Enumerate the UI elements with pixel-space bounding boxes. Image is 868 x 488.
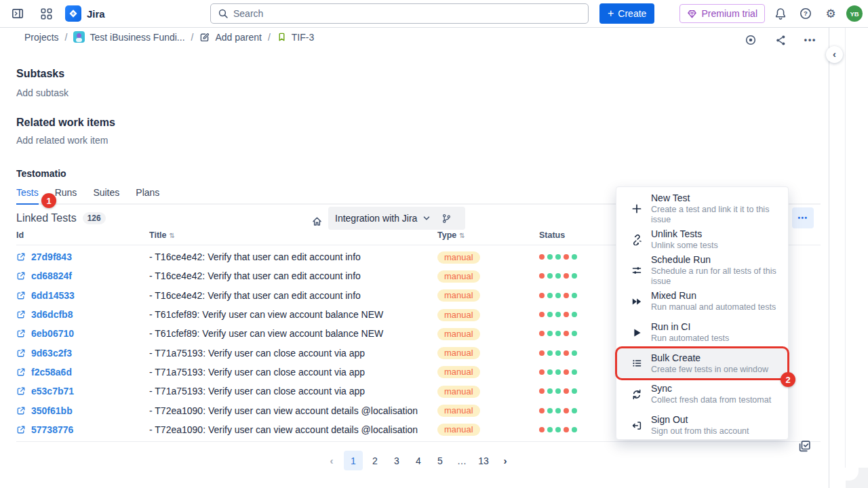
jira-home-link[interactable]: Jira	[65, 5, 105, 22]
pagination-page-5[interactable]: 5	[431, 451, 450, 470]
menu-item-sign-out[interactable]: Sign Out Sign out from this account	[616, 410, 788, 441]
add-parent-button[interactable]: Add parent	[199, 32, 262, 43]
test-type-badge: manual	[437, 405, 480, 417]
test-type-badge: manual	[437, 366, 480, 378]
menu-item-run-in-ci[interactable]: Run in CI Run automated tests	[616, 317, 788, 348]
edit-icon	[199, 32, 210, 43]
more-actions-button[interactable]: •••	[800, 30, 821, 50]
branch-selector[interactable]: Integration with Jira	[328, 207, 465, 230]
test-type-badge: manual	[437, 424, 480, 436]
menu-item-mixed-run[interactable]: Mixed Run Run manual and automated tests	[616, 286, 788, 317]
test-id-link[interactable]: 9d63c2f3	[16, 348, 149, 359]
pagination-page-4[interactable]: 4	[409, 451, 428, 470]
status-dot-green	[547, 408, 553, 413]
status-dot-green	[555, 408, 561, 413]
status-dot-green	[555, 312, 561, 317]
tab-plans[interactable]: Plans	[136, 187, 159, 203]
breadcrumb-separator: /	[268, 32, 271, 43]
sliders-icon	[631, 265, 642, 276]
premium-trial-button[interactable]: Premium trial	[679, 4, 765, 23]
pagination-prev-button[interactable]: ‹	[322, 451, 341, 470]
status-dot-green	[572, 331, 577, 336]
test-id-link[interactable]: f2c58a6d	[16, 367, 149, 378]
add-subtask-button[interactable]: Add subtask	[16, 87, 68, 98]
search-icon	[218, 8, 229, 19]
collapse-panel-button[interactable]: ‹	[826, 46, 843, 63]
test-title: - T16ce4e42: Verify that user can edit a…	[149, 270, 437, 281]
notifications-button[interactable]	[771, 4, 790, 23]
menu-item-subtitle: Run automated tests	[651, 333, 729, 344]
test-title: - T71a75193: Verify user can close accou…	[149, 386, 437, 396]
pagination-page-3[interactable]: 3	[387, 451, 406, 470]
user-avatar[interactable]: YB	[846, 5, 863, 22]
table-more-actions-button[interactable]: •••	[792, 207, 814, 228]
help-button[interactable]: ?	[796, 4, 815, 23]
status-dot-green	[555, 293, 561, 298]
project-avatar	[73, 31, 85, 43]
avatar-initials: YB	[850, 10, 859, 18]
sidebar-toggle-icon	[12, 7, 24, 20]
breadcrumb-issue[interactable]: TIF-3	[277, 32, 314, 43]
linked-tests-label: Linked Tests	[16, 212, 77, 224]
menu-item-schedule-run[interactable]: Schedule Run Schedule a run for all test…	[616, 255, 788, 286]
annotation-step-2: 2	[781, 372, 795, 387]
menu-item-bulk-create[interactable]: Bulk Create Create few tests in one wind…	[616, 348, 788, 379]
test-id-link[interactable]: 27d9f843	[16, 251, 149, 262]
status-dot-red	[564, 331, 569, 336]
gear-icon: ⚙	[825, 8, 835, 20]
test-id-link[interactable]: 57738776	[16, 424, 149, 435]
test-id: 350f61bb	[31, 405, 73, 416]
settings-button[interactable]: ⚙	[821, 4, 840, 23]
create-button[interactable]: + Create	[599, 3, 654, 24]
tab-suites[interactable]: Suites	[93, 187, 119, 203]
column-header-type[interactable]: Type⇅	[437, 230, 539, 240]
menu-item-subtitle: Unlink some tests	[651, 241, 718, 251]
tab-runs[interactable]: Runs	[55, 187, 77, 203]
sync-icon	[631, 389, 642, 400]
status-dot-green	[555, 427, 561, 432]
test-id-link[interactable]: 6dd14533	[16, 290, 149, 301]
test-id-link[interactable]: e53c7b71	[16, 386, 149, 396]
column-header-id[interactable]: Id	[16, 230, 149, 240]
status-dot-green	[572, 369, 577, 375]
test-id: 27d9f843	[31, 251, 72, 262]
home-branch-button[interactable]	[307, 211, 326, 230]
status-dot-red	[564, 293, 569, 298]
watch-button[interactable]	[741, 30, 761, 50]
global-search-input[interactable]: Search	[210, 3, 589, 24]
status-dot-green	[547, 369, 553, 375]
app-grid-icon	[41, 8, 52, 20]
pagination-page-2[interactable]: 2	[366, 451, 384, 470]
top-navbar: Jira Search + Create Premium trial	[0, 0, 868, 28]
pagination-page-13[interactable]: 13	[474, 451, 493, 470]
status-dot-red	[539, 427, 545, 432]
menu-item-new-test[interactable]: New Test Create a test and link it it to…	[616, 193, 788, 224]
menu-item-title: Unlink Tests	[651, 228, 718, 240]
testomatio-heading: Testomatio	[16, 168, 66, 179]
create-button-label: Create	[618, 8, 646, 19]
external-link-icon	[16, 252, 26, 262]
tab-tests[interactable]: Tests	[16, 187, 39, 205]
share-button[interactable]	[770, 30, 791, 50]
status-dot-green	[547, 427, 553, 432]
menu-item-unlink-tests[interactable]: Unlink Tests Unlink some tests	[616, 224, 788, 256]
app-switcher-button[interactable]	[37, 4, 56, 23]
breadcrumb-projects[interactable]: Projects	[24, 32, 59, 43]
pagination-page-1[interactable]: 1	[344, 451, 363, 470]
breadcrumb-separator: /	[65, 32, 68, 43]
pagination-next-button[interactable]: ›	[496, 451, 515, 470]
sidebar-toggle-button[interactable]	[8, 4, 27, 23]
linked-tests-count-badge: 126	[83, 212, 106, 224]
test-id-link[interactable]: 6eb06710	[16, 328, 149, 339]
test-id-link[interactable]: 350f61bb	[16, 405, 149, 416]
sign-out-icon	[631, 420, 642, 431]
test-id-link[interactable]: cd68824f	[16, 270, 149, 281]
bulk-select-button[interactable]	[798, 440, 811, 453]
add-related-item-button[interactable]: Add related work item	[16, 135, 108, 146]
test-id-link[interactable]: 3d6dcfb8	[16, 309, 149, 320]
breadcrumb-project[interactable]: Test iBusiness Fundi...	[73, 31, 184, 43]
test-type-badge: manual	[437, 270, 480, 283]
column-header-title[interactable]: Title⇅	[149, 230, 437, 240]
menu-item-sync[interactable]: Sync Collect fresh data from testomat	[616, 379, 788, 410]
status-dot-red	[564, 350, 569, 356]
